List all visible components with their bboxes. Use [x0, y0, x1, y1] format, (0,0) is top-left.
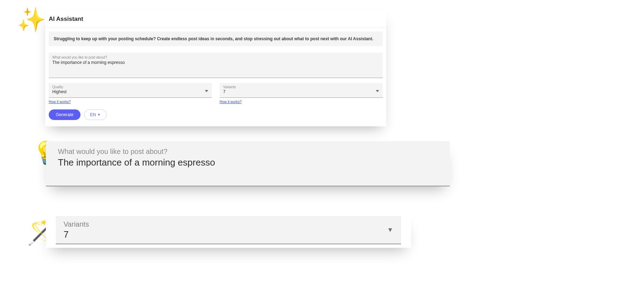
chevron-down-icon: ▼ — [387, 226, 393, 234]
page-title: AI Assistant — [49, 16, 378, 23]
sparkles-icon: ✨ — [17, 8, 46, 31]
quality-value: Highest — [52, 89, 208, 94]
post-about-value: The importance of a morning espresso — [58, 157, 438, 168]
variants-label: Variants — [223, 85, 379, 89]
chevron-down-icon — [205, 87, 208, 94]
card-header: AI Assistant — [45, 11, 386, 28]
quality-label: Quality — [52, 85, 208, 89]
post-about-label: What would you like to post about? — [52, 55, 379, 59]
post-about-field-zoom[interactable]: What would you like to post about? The i… — [46, 141, 450, 186]
variants-value: 7 — [64, 229, 393, 240]
quality-help-link[interactable]: How it works? — [49, 100, 71, 104]
post-about-label: What would you like to post about? — [58, 148, 438, 156]
post-about-field[interactable]: What would you like to post about? — [49, 53, 383, 78]
language-button[interactable]: EN ▼ — [84, 109, 107, 120]
variants-select-zoom-container: Variants 7 ▼ — [46, 213, 411, 248]
variants-value: 7 — [223, 89, 379, 94]
variants-select[interactable]: Variants 7 — [220, 83, 383, 98]
language-label: EN — [90, 112, 96, 117]
chevron-down-icon — [376, 87, 379, 94]
variants-help-link[interactable]: How it works? — [220, 100, 242, 104]
variants-select-zoom[interactable]: Variants 7 ▼ — [56, 216, 401, 244]
quality-select[interactable]: Quality Highest — [49, 83, 212, 98]
variants-label: Variants — [64, 220, 393, 228]
ai-assistant-card: AI Assistant Struggling to keep up with … — [45, 11, 386, 126]
chevron-down-icon: ▼ — [97, 113, 101, 116]
generate-button[interactable]: Generate — [49, 109, 80, 120]
post-about-input[interactable] — [52, 60, 379, 76]
info-banner: Struggling to keep up with your posting … — [49, 31, 383, 46]
